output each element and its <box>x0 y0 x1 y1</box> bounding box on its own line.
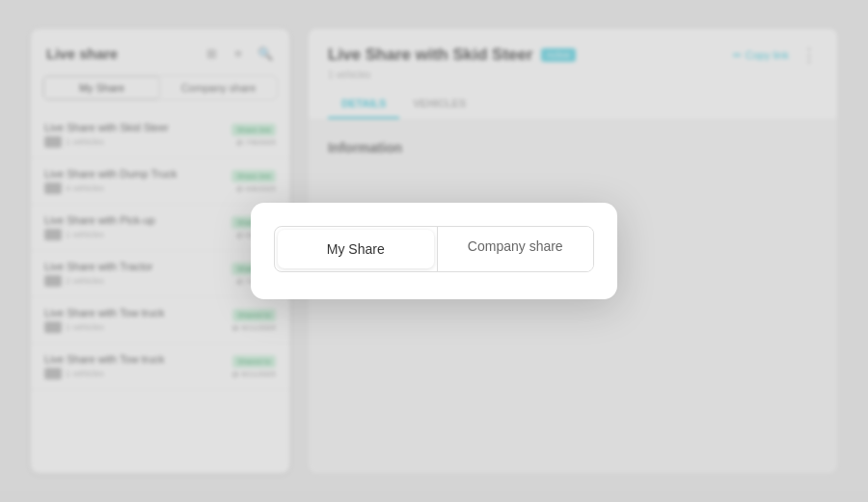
modal-my-share-button[interactable]: My Share <box>278 230 434 268</box>
modal-dialog: My Share Company share <box>251 203 617 299</box>
modal-company-share-button[interactable]: Company share <box>438 227 594 271</box>
modal-toggle-group[interactable]: My Share Company share <box>274 226 594 272</box>
